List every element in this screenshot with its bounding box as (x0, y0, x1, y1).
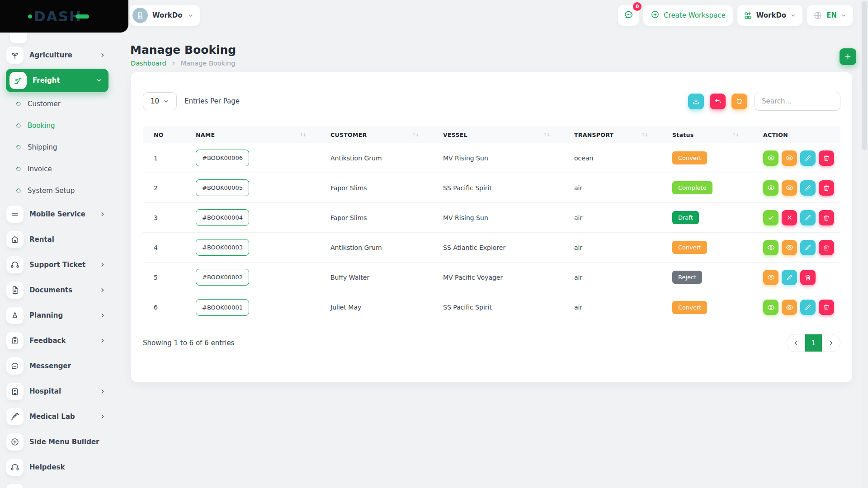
edit-button[interactable] (800, 180, 816, 196)
delete-button[interactable] (819, 300, 834, 315)
grid-icon (744, 11, 752, 20)
sidebar-item-system-setup[interactable]: System Setup (0, 180, 116, 202)
app-switcher-button[interactable]: WorkDo (737, 5, 802, 26)
booking-number-button[interactable]: #BOOK00002 (196, 269, 249, 286)
sort-icon[interactable]: ↑↓ (412, 132, 419, 137)
next-page-button[interactable] (822, 334, 840, 352)
sidebar-item-freight[interactable]: Freight (6, 69, 108, 92)
workspace-selector[interactable]: WorkDo (130, 5, 200, 26)
delete-button[interactable] (800, 270, 816, 285)
page-scrollbar[interactable] (861, 0, 868, 488)
status-badge: Convert (672, 301, 707, 314)
preview-button[interactable] (782, 150, 797, 166)
preview-button[interactable] (782, 300, 797, 315)
pencil-icon (804, 184, 811, 192)
delete-button[interactable] (819, 180, 834, 196)
preview-button[interactable] (782, 180, 797, 196)
booking-number-button[interactable]: #BOOK00005 (196, 179, 249, 196)
sidebar-item-messenger[interactable]: Messenger (0, 353, 116, 379)
table-row: 1 #BOOK00006 Antikstion Grum MV Rising S… (143, 143, 840, 173)
add-booking-button[interactable] (840, 48, 856, 65)
chevron-down-icon (96, 77, 102, 84)
edit-button[interactable] (800, 240, 816, 255)
approve-button[interactable] (763, 210, 778, 225)
sidebar-item-side-menu-builder[interactable]: Side Menu Builder (0, 429, 116, 455)
refresh-button[interactable] (731, 94, 747, 109)
export-button[interactable] (688, 94, 704, 109)
logo-dash (75, 14, 89, 19)
sidebar-item-mobile-service[interactable]: Mobile Service (0, 202, 116, 227)
pencil-icon (804, 155, 811, 162)
cell-vessel: SS Pacific Spirit (432, 304, 563, 311)
edit-button[interactable] (800, 210, 816, 225)
sidebar-item-agriculture[interactable]: Agriculture (0, 42, 116, 68)
sidebar-item-booking[interactable]: Booking (0, 115, 116, 136)
reset-button[interactable] (710, 94, 726, 109)
sort-icon[interactable]: ↑↓ (641, 132, 648, 137)
logo-dot (28, 14, 32, 19)
sort-icon[interactable]: ↑↓ (299, 132, 306, 137)
chevron-right-icon (99, 262, 106, 268)
sidebar-item-support-ticket[interactable]: Support Ticket (0, 252, 116, 277)
sidebar-item-helpdesk[interactable]: Helpdesk (0, 455, 116, 480)
delete-button[interactable] (819, 240, 834, 255)
booking-number-button[interactable]: #BOOK00001 (196, 299, 249, 316)
pencil-icon (804, 304, 811, 311)
view-button[interactable] (763, 300, 778, 315)
cell-customer: Juliet May (320, 304, 432, 311)
cell-no: 1 (143, 155, 185, 162)
delete-button[interactable] (819, 210, 834, 225)
scrollbar-thumb[interactable] (862, 1, 867, 150)
edit-button[interactable] (800, 300, 816, 315)
preview-button[interactable] (782, 240, 797, 255)
breadcrumb-dashboard-link[interactable]: Dashboard (131, 60, 166, 67)
sidebar-item-planning[interactable]: Planning (0, 303, 116, 328)
row-actions (752, 300, 840, 315)
view-button[interactable] (763, 240, 778, 255)
preview-button[interactable] (763, 270, 778, 285)
column-header-customer: CUSTOMER↑↓ (320, 131, 432, 138)
entries-per-page-label: Entries Per Page (184, 97, 240, 105)
sidebar-item-medical-lab[interactable]: Medical Lab (0, 404, 116, 429)
sidebar-item-hospital[interactable]: Hospital (0, 379, 116, 404)
edit-button[interactable] (782, 270, 797, 285)
view-button[interactable] (763, 180, 778, 196)
cell-vessel: SS Atlantic Explorer (432, 244, 563, 251)
sidebar-item-rental[interactable]: Rental (0, 227, 116, 252)
sort-icon[interactable]: ↑↓ (732, 132, 739, 137)
sidebar-item-customer[interactable]: Customer (0, 93, 116, 115)
previous-page-button[interactable] (787, 334, 805, 352)
language-selector[interactable]: EN (807, 5, 853, 26)
plus-icon (844, 53, 852, 61)
bullet-icon (15, 101, 22, 107)
plane-icon (9, 72, 27, 89)
cell-customer: Antikstion Grum (320, 244, 432, 251)
logo-area: DASH (0, 0, 128, 33)
edit-button[interactable] (800, 150, 816, 166)
delete-button[interactable] (819, 150, 834, 166)
hospital-icon (6, 383, 24, 400)
eye-icon (767, 304, 775, 311)
status-badge: Reject (672, 271, 702, 284)
current-page-button[interactable]: 1 (805, 334, 822, 352)
download-icon (692, 98, 700, 105)
booking-number-button[interactable]: #BOOK00003 (196, 239, 249, 256)
pagination: 1 (787, 334, 840, 352)
create-workspace-button[interactable]: Create Workspace (643, 5, 733, 26)
view-button[interactable] (763, 150, 778, 166)
messages-button[interactable]: 0 (618, 5, 639, 26)
sidebar-item-shipping[interactable]: Shipping (0, 136, 116, 158)
language-code: EN (826, 11, 837, 19)
sidebar-item-invoice[interactable]: Invoice (0, 158, 116, 180)
refresh-icon (736, 98, 743, 105)
sidebar-item-feedback[interactable]: Feedback (0, 328, 116, 353)
column-header-name: NAME↑↓ (185, 131, 320, 138)
search-input[interactable] (755, 92, 840, 111)
entries-per-page-select[interactable]: 10 (143, 92, 177, 110)
reject-button[interactable] (782, 210, 797, 225)
sidebar-item-documents[interactable]: Documents (0, 277, 116, 303)
booking-number-button[interactable]: #BOOK00004 (196, 209, 249, 226)
booking-number-button[interactable]: #BOOK00006 (196, 150, 249, 166)
sort-icon[interactable]: ↑↓ (543, 132, 550, 137)
chevron-down-icon (163, 99, 169, 104)
